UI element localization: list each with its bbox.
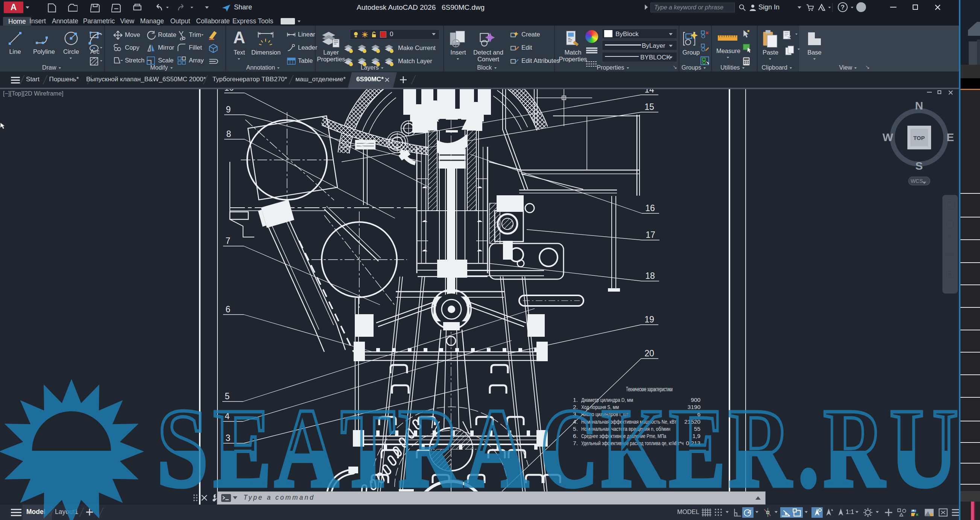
svg-text:14: 14 bbox=[644, 89, 654, 94]
svg-text:Номинальная эффективная мощнос: Номинальная эффективная мощность Ne, кВт bbox=[581, 418, 676, 425]
svg-text:Среднее эффективное давление P: Среднее эффективное давление Pme, МПа bbox=[581, 433, 666, 439]
svg-text:4: 4 bbox=[225, 411, 230, 421]
svg-text:5.: 5. bbox=[573, 426, 578, 432]
svg-text:16: 16 bbox=[645, 203, 655, 213]
svg-text:15: 15 bbox=[644, 102, 654, 112]
svg-text:8: 8 bbox=[226, 129, 231, 139]
svg-text:20: 20 bbox=[644, 348, 654, 358]
svg-text:W: W bbox=[883, 131, 894, 143]
svg-text:18: 18 bbox=[645, 271, 655, 281]
svg-text:55: 55 bbox=[694, 426, 700, 432]
svg-text:Число цилиндров i, шт: Число цилиндров i, шт bbox=[581, 411, 628, 417]
svg-text:10: 10 bbox=[224, 89, 234, 92]
svg-text:N: N bbox=[915, 99, 923, 112]
svg-text:6: 6 bbox=[226, 304, 231, 314]
svg-text:3190: 3190 bbox=[688, 404, 701, 410]
svg-text:TOP: TOP bbox=[913, 135, 925, 141]
svg-text:Диаметр цилиндра D, мм: Диаметр цилиндра D, мм bbox=[581, 397, 633, 403]
svg-text:Номинальная частота вращения n: Номинальная частота вращения n, об/мин bbox=[581, 426, 670, 432]
svg-text:S: S bbox=[915, 159, 923, 172]
svg-text:Технические характеристики: Технические характеристики bbox=[626, 386, 673, 393]
svg-text:17: 17 bbox=[646, 230, 655, 240]
svg-text:0,213: 0,213 bbox=[686, 440, 700, 446]
svg-text:6: 6 bbox=[697, 411, 700, 417]
svg-text:7: 7 bbox=[226, 236, 231, 246]
svg-text:E: E bbox=[947, 131, 954, 143]
svg-text:1.: 1. bbox=[573, 397, 578, 403]
svg-text:WCS: WCS bbox=[911, 178, 923, 184]
svg-text:3: 3 bbox=[226, 433, 231, 443]
svg-text:5: 5 bbox=[225, 391, 230, 401]
svg-text:900: 900 bbox=[691, 397, 700, 403]
svg-text:6.: 6. bbox=[573, 433, 578, 439]
svg-text:Ход поршня S, мм: Ход поршня S, мм bbox=[581, 404, 619, 410]
svg-text:4.: 4. bbox=[573, 418, 578, 425]
svg-text:1,9: 1,9 bbox=[692, 433, 700, 439]
svg-text:3.: 3. bbox=[573, 411, 578, 417]
svg-text:Удельный эффективное расход то: Удельный эффективное расход топлива qe, … bbox=[581, 440, 684, 446]
svg-text:19: 19 bbox=[644, 315, 654, 324]
svg-text:9: 9 bbox=[226, 105, 231, 114]
svg-text:2.: 2. bbox=[573, 404, 578, 410]
svg-text:21520: 21520 bbox=[684, 418, 700, 425]
svg-text:7.: 7. bbox=[573, 440, 578, 446]
